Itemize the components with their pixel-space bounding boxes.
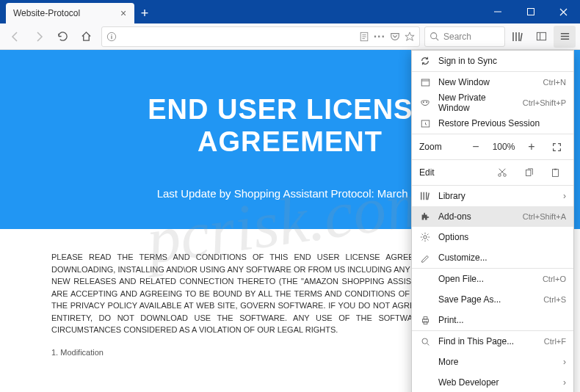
svg-rect-4 [537, 32, 545, 40]
library-icon [419, 190, 431, 202]
menu-label: Sign in to Sync [438, 56, 566, 66]
svg-point-14 [424, 236, 427, 239]
svg-rect-11 [526, 170, 531, 175]
menu-web-developer[interactable]: Web Developer › [412, 372, 573, 392]
menu-label: Library [438, 191, 556, 201]
reload-button[interactable] [51, 26, 73, 48]
menu-label: Customize... [438, 253, 566, 263]
shortcut: Ctrl+Shift+A [523, 212, 566, 221]
search-icon [429, 32, 439, 41]
maximize-button[interactable] [514, 0, 547, 23]
copy-button[interactable] [518, 163, 540, 182]
shortcut: Ctrl+S [543, 295, 566, 304]
zoom-value: 100% [491, 142, 516, 152]
bookmark-icon[interactable] [405, 32, 415, 42]
blank-icon [419, 356, 431, 368]
blank-icon [419, 377, 431, 388]
chevron-right-icon: › [563, 191, 566, 201]
blank-icon [419, 273, 431, 285]
menu-customize[interactable]: Customize... [412, 247, 573, 268]
search-bar[interactable]: Search [424, 26, 505, 47]
paste-button[interactable] [544, 163, 566, 182]
minimize-button[interactable] [481, 0, 514, 23]
shortcut: Ctrl+F [544, 337, 566, 346]
menu-library[interactable]: Library › [412, 186, 573, 206]
zoom-out-button[interactable]: − [466, 137, 485, 156]
svg-rect-0 [527, 9, 534, 15]
puzzle-icon [419, 211, 431, 222]
svg-rect-12 [552, 169, 558, 176]
app-menu-panel: Sign in to Sync New Window Ctrl+N New Pr… [411, 50, 574, 392]
browser-tab[interactable]: Website-Protocol × [6, 3, 134, 23]
chevron-right-icon: › [563, 377, 566, 388]
cut-button[interactable] [491, 163, 513, 182]
menu-save-page[interactable]: Save Page As... Ctrl+S [412, 289, 573, 310]
menu-label: More [438, 357, 556, 367]
sync-icon [419, 55, 431, 67]
fullscreen-button[interactable] [547, 137, 566, 156]
zoom-label: Zoom [419, 142, 460, 152]
close-tab-icon[interactable]: × [118, 8, 128, 18]
shortcut: Ctrl+N [543, 78, 566, 87]
menu-sign-in[interactable]: Sign in to Sync [412, 51, 573, 71]
window-icon [419, 76, 431, 88]
menu-zoom: Zoom − 100% + [412, 134, 573, 159]
page-actions-icon[interactable]: ··· [374, 30, 385, 43]
info-icon[interactable] [106, 32, 117, 42]
menu-label: Print... [438, 315, 566, 325]
new-tab-button[interactable]: + [134, 3, 155, 23]
blank-icon [419, 294, 431, 305]
menu-more[interactable]: More › [412, 352, 573, 372]
menu-label: New Window [438, 77, 536, 87]
title-line1: END USER LICENSE [148, 94, 432, 125]
pocket-icon[interactable] [390, 32, 400, 42]
search-icon [419, 335, 431, 347]
search-placeholder: Search [443, 32, 471, 42]
url-bar[interactable]: ··· [101, 26, 420, 47]
browser-toolbar: ··· Search [0, 23, 580, 50]
sidebar-button[interactable] [530, 26, 552, 48]
svg-point-9 [499, 174, 501, 177]
menu-find[interactable]: Find in This Page... Ctrl+F [412, 331, 573, 352]
menu-print[interactable]: Print... [412, 310, 573, 330]
svg-rect-16 [424, 316, 427, 319]
menu-label: Add-ons [438, 211, 515, 222]
svg-point-6 [423, 101, 424, 103]
menu-new-window[interactable]: New Window Ctrl+N [412, 72, 573, 92]
tab-title: Website-Protocol [13, 8, 118, 18]
svg-point-3 [431, 33, 437, 39]
gear-icon [419, 231, 431, 243]
print-icon [419, 314, 431, 326]
svg-point-7 [426, 101, 427, 103]
back-button[interactable] [4, 26, 26, 48]
forward-button[interactable] [28, 26, 50, 48]
menu-label: Find in This Page... [438, 336, 537, 346]
svg-point-10 [504, 174, 507, 177]
shortcut: Ctrl+O [543, 275, 566, 283]
close-window-button[interactable] [547, 0, 580, 23]
zoom-in-button[interactable]: + [522, 137, 541, 156]
window-titlebar: Website-Protocol × + [0, 0, 580, 23]
menu-options[interactable]: Options [412, 227, 573, 247]
library-button[interactable] [507, 26, 529, 48]
menu-new-private[interactable]: New Private Window Ctrl+Shift+P [412, 92, 573, 113]
menu-open-file[interactable]: Open File... Ctrl+O [412, 269, 573, 289]
paint-icon [419, 252, 431, 264]
chevron-right-icon: › [563, 357, 566, 367]
menu-label: Options [438, 232, 566, 242]
title-line2: AGREEMENT [197, 126, 383, 157]
menu-addons[interactable]: Add-ons Ctrl+Shift+A [412, 206, 573, 227]
reader-icon[interactable] [359, 32, 369, 42]
menu-label: Open File... [438, 274, 535, 284]
menu-label: Web Developer [438, 377, 556, 388]
home-button[interactable] [75, 26, 97, 48]
hamburger-menu-button[interactable] [554, 26, 576, 48]
shortcut: Ctrl+Shift+P [523, 98, 566, 107]
menu-edit: Edit [412, 160, 573, 185]
svg-point-18 [422, 338, 427, 344]
menu-label: Save Page As... [438, 294, 536, 305]
menu-label: Restore Previous Session [438, 118, 566, 128]
edit-label: Edit [419, 167, 487, 178]
menu-restore-session[interactable]: Restore Previous Session [412, 113, 573, 134]
menu-label: New Private Window [438, 92, 515, 113]
